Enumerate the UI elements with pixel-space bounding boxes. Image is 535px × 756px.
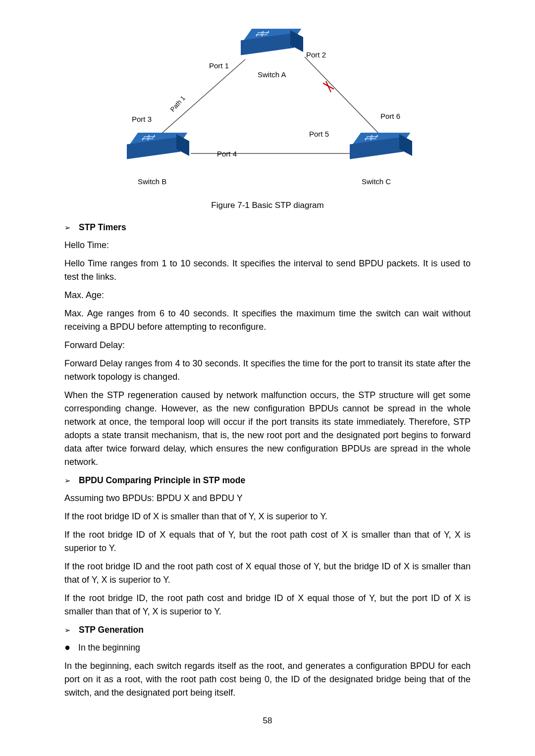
chevron-right-icon: ➢ xyxy=(64,475,71,487)
text-rule3: If the root bridge ID and the root path … xyxy=(64,560,471,587)
text-hello-time: Hello Time ranges from 1 to 10 seconds. … xyxy=(64,257,471,284)
switch-a-icon: ⇄⇄ xyxy=(243,35,302,64)
heading-text: STP Generation xyxy=(79,623,144,636)
text-forward-delay: Forward Delay ranges from 4 to 30 second… xyxy=(64,357,471,384)
heading-text: STP Timers xyxy=(79,221,126,234)
label-port5: Port 5 xyxy=(309,129,329,140)
label-port2: Port 2 xyxy=(306,50,326,61)
chevron-right-icon: ➢ xyxy=(64,625,71,636)
label-port6: Port 6 xyxy=(380,111,400,122)
chevron-right-icon: ➢ xyxy=(64,222,71,234)
svg-line-3 xyxy=(326,81,331,92)
switch-b-icon: ⇄⇄ xyxy=(129,139,188,168)
heading-stp-generation: ➢ STP Generation xyxy=(64,623,471,636)
label-max-age: Max. Age: xyxy=(64,289,471,302)
text-in-beginning: In the beginning, each switch regards it… xyxy=(64,659,471,700)
heading-stp-timers: ➢ STP Timers xyxy=(64,221,471,234)
text-rule1: If the root bridge ID of X is smaller th… xyxy=(64,510,471,523)
label-forward-delay: Forward Delay: xyxy=(64,339,471,352)
label-port1: Port 1 xyxy=(209,60,229,72)
label-switch-a: Switch A xyxy=(258,69,286,81)
page-number: 58 xyxy=(64,714,471,727)
text-rule2: If the root bridge ID of X equals that o… xyxy=(64,528,471,555)
heading-text: BPDU Comparing Principle in STP mode xyxy=(79,474,245,487)
stp-diagram: ⇄⇄ ⇄⇄ ⇄⇄ Port 1 Port 2 Port 3 Port 4 Po xyxy=(64,30,471,193)
subheading-in-beginning: ● In the beginning xyxy=(64,641,471,654)
subheading-text: In the beginning xyxy=(78,641,140,654)
text-assuming: Assuming two BPDUs: BPDU X and BPDU Y xyxy=(64,492,471,505)
label-port3: Port 3 xyxy=(132,114,152,125)
heading-bpdu-comparing: ➢ BPDU Comparing Principle in STP mode xyxy=(64,474,471,487)
label-hello-time: Hello Time: xyxy=(64,239,471,252)
svg-line-4 xyxy=(323,83,334,89)
svg-line-1 xyxy=(305,57,381,136)
text-max-age: Max. Age ranges from 6 to 40 seconds. It… xyxy=(64,307,471,334)
label-path1: Path 1 xyxy=(168,94,188,114)
bullet-dot-icon: ● xyxy=(64,642,70,652)
switch-c-icon: ⇄⇄ xyxy=(352,139,411,168)
text-stp-explanation: When the STP regeneration caused by netw… xyxy=(64,389,471,469)
label-port4: Port 4 xyxy=(217,149,237,160)
svg-line-0 xyxy=(159,59,245,136)
label-switch-b: Switch B xyxy=(138,176,166,188)
text-rule4: If the root bridge ID, the root path cos… xyxy=(64,592,471,618)
figure-caption: Figure 7-1 Basic STP diagram xyxy=(64,199,471,212)
label-switch-c: Switch C xyxy=(362,176,391,188)
